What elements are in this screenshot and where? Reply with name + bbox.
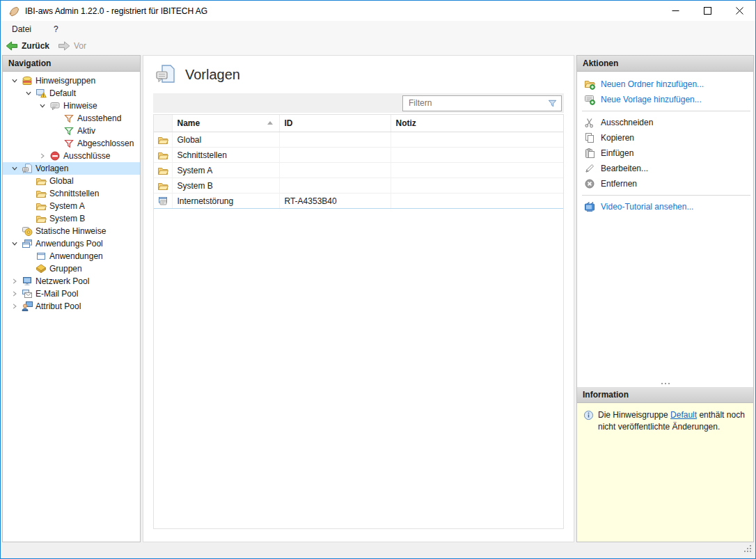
cell-notiz xyxy=(391,194,563,209)
chevron-down-icon[interactable] xyxy=(8,75,21,86)
copy-icon xyxy=(583,132,595,143)
tree-item-system-b[interactable]: System B xyxy=(3,212,140,225)
hinweisgruppen-icon xyxy=(21,75,33,86)
column-header-notiz[interactable]: Notiz xyxy=(391,115,563,132)
chevron-down-icon[interactable] xyxy=(8,163,21,174)
table-row[interactable]: Schnittstellen xyxy=(154,148,563,163)
forward-button[interactable]: Vor xyxy=(58,40,86,52)
navigation-panel: Navigation Hinweisgruppen Default Hinwei… xyxy=(2,55,141,542)
menu-datei[interactable]: Datei xyxy=(10,23,33,36)
close-button[interactable] xyxy=(723,1,755,21)
vorlagen-page-icon xyxy=(155,64,176,85)
tree-item-global[interactable]: Global xyxy=(3,175,140,187)
title-bar: IBI-aws Admin 1.22.0 - registriert für I… xyxy=(1,1,755,21)
info-icon xyxy=(583,410,594,420)
column-header-id[interactable]: ID xyxy=(279,115,391,132)
action-video-tutorial[interactable]: Video-Tutorial ansehen... xyxy=(577,199,753,214)
tree-item-gruppen[interactable]: Gruppen xyxy=(3,262,140,275)
tree-item-email-pool[interactable]: E-Mail Pool xyxy=(3,288,140,300)
default-group-link[interactable]: Default xyxy=(670,410,697,420)
minimize-icon xyxy=(672,7,679,15)
tree-item-anwendungs-pool[interactable]: Anwendungs Pool xyxy=(3,237,140,250)
cell-notiz xyxy=(391,163,563,178)
chevron-right-icon[interactable] xyxy=(36,150,49,162)
remove-icon xyxy=(583,178,595,189)
action-remove[interactable]: Entfernen xyxy=(577,176,753,191)
email-pool-icon xyxy=(21,288,33,299)
chevron-right-icon[interactable] xyxy=(8,301,21,312)
app-window: IBI-aws Admin 1.22.0 - registriert für I… xyxy=(0,0,756,559)
nav-toolbar: Zurück Vor xyxy=(1,37,755,55)
table-row[interactable]: Global xyxy=(154,132,563,148)
tree-item-hinweise[interactable]: Hinweise xyxy=(3,100,140,112)
chevron-down-icon[interactable] xyxy=(8,238,21,249)
statische-hinweise-icon xyxy=(21,226,33,237)
action-add-template[interactable]: Neue Vorlage hinzufügen... xyxy=(577,92,753,107)
action-cut[interactable]: Ausschneiden xyxy=(577,115,753,130)
tree-item-abgeschlossen[interactable]: Abgeschlossen xyxy=(3,137,140,150)
table-row[interactable]: System B xyxy=(154,178,563,194)
tree-item-anwendungen[interactable]: Anwendungen xyxy=(3,250,140,262)
page-title: Vorlagen xyxy=(185,67,240,83)
back-arrow-icon xyxy=(6,40,18,52)
panel-splitter-handle[interactable] xyxy=(577,379,753,387)
maximize-button[interactable] xyxy=(691,1,723,21)
default-group-icon xyxy=(35,88,47,99)
tree-item-hinweisgruppen[interactable]: Hinweisgruppen xyxy=(3,74,140,87)
tree-item-default[interactable]: Default xyxy=(3,87,140,100)
anwendungs-pool-icon xyxy=(21,238,33,249)
hinweise-bubble-icon xyxy=(49,100,61,111)
folder-icon xyxy=(157,150,168,159)
chevron-right-icon[interactable] xyxy=(8,288,21,299)
actions-header: Aktionen xyxy=(577,56,753,72)
tree-item-ausstehend[interactable]: Ausstehend xyxy=(3,112,140,125)
tree-item-statische-hinweise[interactable]: Statische Hinweise xyxy=(3,225,140,237)
folder-icon xyxy=(35,188,47,199)
folder-icon xyxy=(157,165,168,175)
tree-item-attribut-pool[interactable]: Attribut Pool xyxy=(3,300,140,313)
tree-item-aktiv[interactable]: Aktiv xyxy=(3,125,140,137)
chevron-down-icon[interactable] xyxy=(22,88,35,99)
minimize-button[interactable] xyxy=(659,1,691,21)
information-header: Information xyxy=(577,387,753,403)
cell-id xyxy=(279,163,391,178)
filter-box xyxy=(402,95,562,111)
menu-bar: Datei ? xyxy=(1,21,755,37)
action-edit[interactable]: Bearbeiten... xyxy=(577,161,753,176)
back-button[interactable]: Zurück xyxy=(6,40,49,52)
templates-list: Name ID Notiz Global xyxy=(153,114,564,529)
folder-icon xyxy=(157,134,168,144)
tree-item-schnittstellen[interactable]: Schnittstellen xyxy=(3,187,140,200)
exclusion-icon xyxy=(49,150,61,162)
cell-name: Global xyxy=(172,132,279,148)
tree-item-netzwerk-pool[interactable]: Netzwerk Pool xyxy=(3,275,140,288)
filter-input[interactable] xyxy=(403,97,543,109)
action-copy[interactable]: Kopieren xyxy=(577,130,753,145)
cell-id xyxy=(279,148,391,163)
chevron-right-icon[interactable] xyxy=(8,276,21,287)
navigation-header: Navigation xyxy=(3,56,140,72)
folder-icon xyxy=(35,200,47,212)
tree-item-system-a[interactable]: System A xyxy=(3,200,140,212)
cell-name: System B xyxy=(172,178,279,194)
cell-notiz xyxy=(391,148,563,163)
table-row[interactable]: System A xyxy=(154,163,563,178)
tree-item-ausschluesse[interactable]: Ausschlüsse xyxy=(3,150,140,162)
chevron-down-icon[interactable] xyxy=(36,100,49,111)
filter-funnel-icon[interactable] xyxy=(543,98,561,109)
action-add-folder[interactable]: Neuen Ordner hinzufügen... xyxy=(577,77,753,92)
netzwerk-pool-icon xyxy=(21,276,33,287)
folder-icon xyxy=(35,175,47,187)
status-bar xyxy=(1,543,755,558)
folder-add-icon xyxy=(583,79,595,90)
menu-help[interactable]: ? xyxy=(52,23,60,36)
column-header-icon[interactable] xyxy=(154,115,172,132)
cell-id: RT-A4353B40 xyxy=(279,194,391,209)
table-row[interactable]: Internetstörung RT-A4353B40 xyxy=(154,194,563,209)
tree-item-vorlagen[interactable]: Vorlagen xyxy=(3,162,140,175)
edit-pencil-icon xyxy=(583,163,595,174)
resize-grip-icon[interactable] xyxy=(743,544,753,556)
action-paste[interactable]: Einfügen xyxy=(577,145,753,161)
table-header-row: Name ID Notiz xyxy=(154,115,563,132)
column-header-name[interactable]: Name xyxy=(172,115,279,132)
